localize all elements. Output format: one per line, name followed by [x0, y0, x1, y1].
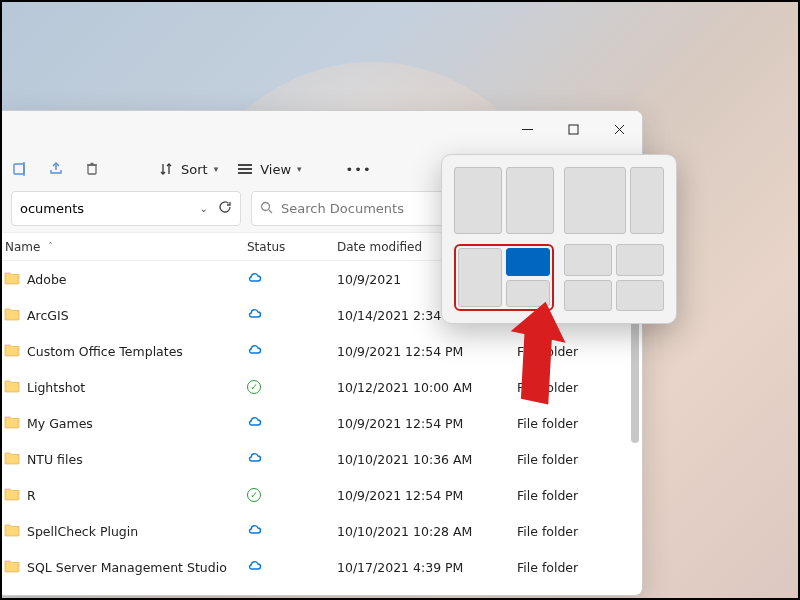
status-cloud-icon [247, 342, 263, 361]
snap-layout-3[interactable] [454, 244, 554, 311]
folder-icon [3, 377, 21, 398]
file-type: File folder [517, 380, 634, 395]
file-name: Custom Office Templates [27, 344, 183, 359]
snap-zone[interactable] [506, 280, 550, 308]
file-date: 10/9/2021 12:54 PM [337, 416, 517, 431]
table-row[interactable]: Lightshot✓10/12/2021 10:00 AMFile folder [0, 369, 642, 405]
file-date: 10/9/2021 12:54 PM [337, 488, 517, 503]
status-synced-icon: ✓ [247, 380, 261, 394]
chevron-down-icon: ▾ [297, 164, 302, 174]
file-name: ArcGIS [27, 308, 69, 323]
file-date: 10/10/2021 10:28 AM [337, 524, 517, 539]
snap-zone[interactable] [564, 167, 626, 234]
file-name: My Games [27, 416, 93, 431]
column-header-status[interactable]: Status [247, 240, 337, 254]
view-label: View [260, 162, 291, 177]
svg-rect-4 [14, 164, 24, 174]
sort-label: Sort [181, 162, 208, 177]
table-row[interactable]: My Games10/9/2021 12:54 PMFile folder [0, 405, 642, 441]
file-type: File folder [517, 488, 634, 503]
rename-icon[interactable] [11, 160, 29, 178]
svg-rect-6 [88, 165, 96, 174]
file-date: 10/12/2021 10:00 AM [337, 380, 517, 395]
file-type: File folder [517, 416, 634, 431]
status-cloud-icon [247, 558, 263, 577]
snap-layout-4[interactable] [564, 244, 664, 311]
breadcrumb-segment: ocuments [20, 201, 84, 216]
folder-icon [3, 521, 21, 542]
folder-icon [3, 557, 21, 578]
snap-zone[interactable] [616, 280, 664, 312]
snap-zone-active[interactable] [506, 248, 550, 276]
sort-ascending-icon: ˄ [48, 242, 52, 251]
file-date: 10/9/2021 12:54 PM [337, 344, 517, 359]
file-name: NTU files [27, 452, 83, 467]
sort-button[interactable]: Sort ▾ [157, 160, 218, 178]
table-row[interactable]: SpellCheck Plugin10/10/2021 10:28 AMFile… [0, 513, 642, 549]
folder-icon [3, 413, 21, 434]
search-placeholder: Search Documents [281, 201, 404, 216]
status-cloud-icon [247, 522, 263, 541]
folder-icon [3, 305, 21, 326]
status-cloud-icon [247, 450, 263, 469]
file-type: File folder [517, 344, 634, 359]
view-button[interactable]: View ▾ [236, 160, 301, 178]
column-header-name[interactable]: Name ˄ [1, 240, 247, 254]
breadcrumb[interactable]: ocuments ⌄ [11, 191, 241, 226]
snap-layout-1[interactable] [454, 167, 554, 234]
svg-line-10 [269, 210, 272, 213]
file-type: File folder [517, 524, 634, 539]
snap-layout-2[interactable] [564, 167, 664, 234]
file-name: SQL Server Management Studio [27, 560, 227, 575]
minimize-button[interactable] [504, 111, 550, 147]
close-button[interactable] [596, 111, 642, 147]
folder-icon [3, 341, 21, 362]
svg-rect-1 [569, 125, 578, 134]
more-icon[interactable]: ••• [350, 160, 368, 178]
file-name: Lightshot [27, 380, 85, 395]
table-row[interactable]: NTU files10/10/2021 10:36 AMFile folder [0, 441, 642, 477]
file-date: 10/17/2021 4:39 PM [337, 560, 517, 575]
search-icon [260, 201, 273, 217]
snap-zone[interactable] [458, 248, 502, 307]
snap-zone[interactable] [454, 167, 502, 234]
table-row[interactable]: Custom Office Templates10/9/2021 12:54 P… [0, 333, 642, 369]
delete-icon[interactable] [83, 160, 101, 178]
titlebar [0, 111, 642, 147]
snap-zone[interactable] [564, 280, 612, 312]
status-cloud-icon [247, 306, 263, 325]
file-type: File folder [517, 560, 634, 575]
file-name: SpellCheck Plugin [27, 524, 138, 539]
folder-icon [3, 269, 21, 290]
snap-zone[interactable] [616, 244, 664, 276]
share-icon[interactable] [47, 160, 65, 178]
status-cloud-icon [247, 270, 263, 289]
file-type: File folder [517, 452, 634, 467]
svg-point-9 [262, 202, 270, 210]
file-name: Adobe [27, 272, 67, 287]
view-icon [236, 160, 254, 178]
status-cloud-icon [247, 414, 263, 433]
folder-icon [3, 485, 21, 506]
file-date: 10/10/2021 10:36 AM [337, 452, 517, 467]
snap-zone[interactable] [564, 244, 612, 276]
status-synced-icon: ✓ [247, 488, 261, 502]
table-row[interactable]: SQL Server Management Studio10/17/2021 4… [0, 549, 642, 585]
snap-zone[interactable] [630, 167, 664, 234]
refresh-icon[interactable] [218, 200, 232, 217]
snap-zone[interactable] [506, 167, 554, 234]
table-row[interactable]: R✓10/9/2021 12:54 PMFile folder [0, 477, 642, 513]
chevron-down-icon: ▾ [214, 164, 219, 174]
folder-icon [3, 449, 21, 470]
sort-icon [157, 160, 175, 178]
chevron-down-icon[interactable]: ⌄ [200, 203, 208, 214]
snap-layouts-flyout [441, 154, 677, 324]
maximize-button[interactable] [550, 111, 596, 147]
file-name: R [27, 488, 36, 503]
